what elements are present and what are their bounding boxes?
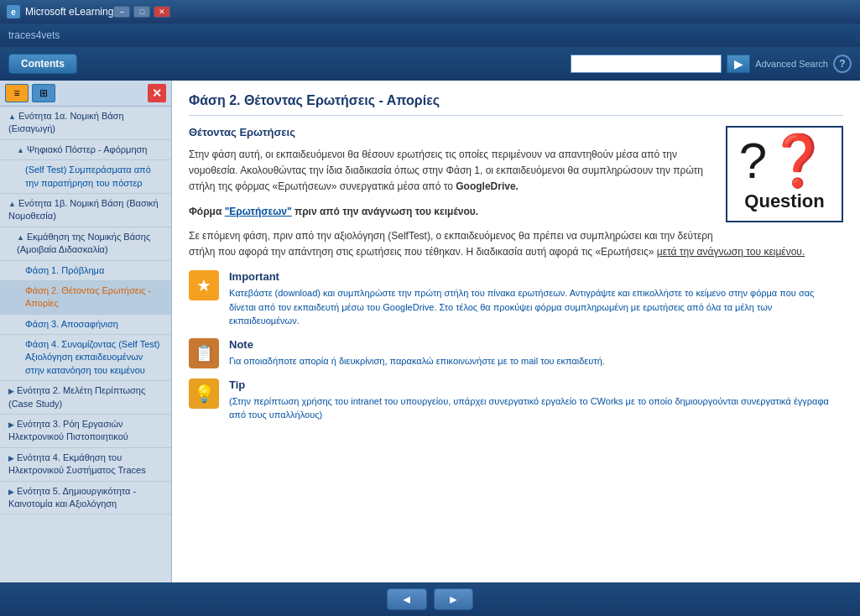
search-area: ▶ Advanced Search ? <box>571 55 852 73</box>
sidebar: ≡ ⊞ ✕ ▲Ενότητα 1α. Νομική Βάση (Εισαγωγή… <box>0 81 172 582</box>
main-area: ≡ ⊞ ✕ ▲Ενότητα 1α. Νομική Βάση (Εισαγωγή… <box>0 81 860 582</box>
tree-arrow: ▲ <box>8 199 16 210</box>
tree-arrow: ▶ <box>8 487 14 498</box>
tree-arrow: ▲ <box>17 145 24 156</box>
question-marks-icon: ?❓ <box>736 136 833 186</box>
sidebar-item-6[interactable]: Φάση 1. Πρόβλημα <box>0 261 171 281</box>
note-title: Note <box>229 338 843 351</box>
after-reading-text: μετά την ανάγνωση του κειμένου. <box>657 246 805 258</box>
note-content: Note Για οποιαδήποτε απορία ή διευκρίνισ… <box>229 338 843 368</box>
note-icon: 📋 <box>189 338 219 368</box>
note-text: Για οποιαδήποτε απορία ή διευκρίνιση, πα… <box>229 354 843 368</box>
important-text: Κατεβάστε (download) και συμπληρώστε την… <box>229 286 843 328</box>
important-box: ★ Important Κατεβάστε (download) και συμ… <box>189 270 843 328</box>
toolbar: Contents ▶ Advanced Search ? <box>0 47 860 81</box>
close-button[interactable]: ✕ <box>154 6 170 18</box>
question-image: ?❓ Question <box>726 126 843 222</box>
questions-form-link[interactable]: "Ερωτήσεων" <box>225 206 292 217</box>
sidebar-item-1[interactable]: ▲Ενότητα 1α. Νομική Βάση (Εισαγωγή) <box>0 107 171 140</box>
sidebar-toolbar: ≡ ⊞ ✕ <box>0 81 171 107</box>
important-icon: ★ <box>189 270 219 300</box>
tip-text: (Στην περίπτωση χρήσης του intranet του … <box>229 394 843 422</box>
tree-arrow: ▲ <box>8 112 16 123</box>
restore-button[interactable]: □ <box>133 6 150 18</box>
tip-box: 💡 Tip (Στην περίπτωση χρήσης του intrane… <box>189 378 843 422</box>
page-title: Φάση 2. Θέτοντας Ερωτήσεις - Απορίες <box>189 93 843 116</box>
window-controls: – □ ✕ <box>113 6 170 18</box>
prev-button[interactable]: ◄ <box>387 588 427 610</box>
content-area: Φάση 2. Θέτοντας Ερωτήσεις - Απορίες ?❓ … <box>172 81 860 582</box>
tip-title: Tip <box>229 378 843 391</box>
note-box: 📋 Note Για οποιαδήποτε απορία ή διευκρίν… <box>189 338 843 368</box>
sidebar-item-12[interactable]: ▶Ενότητα 4. Εκμάθηση του Ηλεκτρονικού Συ… <box>0 448 171 482</box>
app-title: traces4vets <box>8 29 60 41</box>
app-header: traces4vets <box>0 23 860 47</box>
tree-arrow: ▶ <box>8 420 14 431</box>
titlebar: e Microsoft eLearning – □ ✕ <box>0 0 860 23</box>
important-title: Important <box>229 270 843 283</box>
grid-icon: ⊞ <box>39 87 48 99</box>
grid-view-button[interactable]: ⊞ <box>32 84 55 102</box>
sidebar-item-8[interactable]: Φάση 3. Αποσαφήνιση <box>0 315 171 335</box>
list-icon: ≡ <box>13 87 19 99</box>
sidebar-item-7[interactable]: Φάση 2. Θέτοντας Ερωτήσεις - Απορίες <box>0 281 171 315</box>
sidebar-item-3[interactable]: (Self Test) Συμπεράσματα από την παρατήρ… <box>0 160 171 194</box>
minimize-button[interactable]: – <box>113 6 130 18</box>
sidebar-item-9[interactable]: Φάση 4. Συνομίζοντας (Self Test) Αξιολόγ… <box>0 335 171 381</box>
app-icon: e <box>7 5 20 18</box>
sidebar-close-button[interactable]: ✕ <box>148 84 166 102</box>
search-input[interactable] <box>571 55 722 73</box>
help-button[interactable]: ? <box>833 55 852 73</box>
sidebar-item-2[interactable]: ▲Ψηφιακό Πόστερ - Αφόρμηση <box>0 140 171 160</box>
list-view-button[interactable]: ≡ <box>5 84 29 102</box>
important-content: Important Κατεβάστε (download) και συμπλ… <box>229 270 843 328</box>
next-button[interactable]: ► <box>434 588 474 610</box>
sidebar-item-10[interactable]: ▶Ενότητα 2. Μελέτη Περίπτωσης (Case Stud… <box>0 381 171 415</box>
search-button[interactable]: ▶ <box>727 55 750 73</box>
googledrive-text: GoogleDrive. <box>456 180 519 192</box>
titlebar-title: Microsoft eLearning <box>25 6 113 18</box>
contents-button[interactable]: Contents <box>8 54 77 74</box>
sidebar-item-4[interactable]: ▲Ενότητα 1β. Νομική Βάση (Βασική Νομοθεσ… <box>0 194 171 227</box>
tree-arrow: ▶ <box>8 453 14 464</box>
paragraph3: Σε επόμενη φάση, πριν από την αξιολόγηση… <box>189 228 843 260</box>
sidebar-item-11[interactable]: ▶Ενότητα 3. Ρόη Εργασιών Ηλεκτρονικού Πι… <box>0 415 171 448</box>
tree-arrow: ▶ <box>8 386 14 397</box>
tip-icon: 💡 <box>189 378 219 409</box>
advanced-search-link[interactable]: Advanced Search <box>755 59 828 69</box>
sidebar-item-13[interactable]: ▶Ενότητα 5. Δημιουργικότητα - Καινοτομία… <box>0 482 171 515</box>
question-label: Question <box>736 191 833 212</box>
sidebar-item-5[interactable]: ▲Εκμάθηση της Νομικής Βάσης (Αμοιβαία Δι… <box>0 227 171 261</box>
tip-content: Tip (Στην περίπτωση χρήσης του intranet … <box>229 378 843 422</box>
bottom-nav: ◄ ► <box>0 582 860 616</box>
tree-arrow: ▲ <box>17 232 24 243</box>
